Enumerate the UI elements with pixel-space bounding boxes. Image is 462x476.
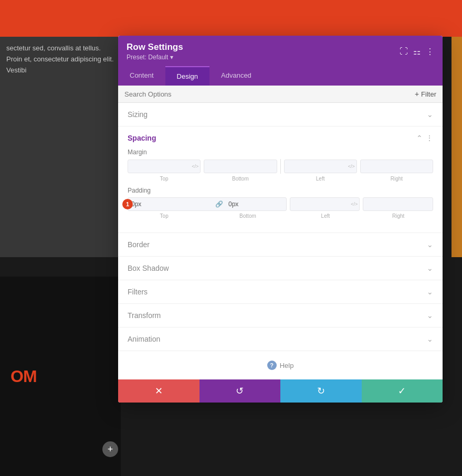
padding-left-custom-icon: </> xyxy=(351,202,358,207)
margin-left-labels: Top Bottom xyxy=(128,176,277,182)
sizing-label: Sizing xyxy=(128,110,148,119)
padding-top-label: Top xyxy=(128,213,201,219)
panel-content: Sizing ⌄ Spacing ⌃ ⋮ Margin </ xyxy=(118,103,443,379)
margin-left-label: Left xyxy=(284,176,357,182)
undo-icon: ↺ xyxy=(236,385,244,397)
more-icon[interactable]: ⋮ xyxy=(426,47,434,57)
spacing-title: Spacing xyxy=(128,134,156,142)
panel-header: Row Settings Preset: Default ▾ ⛶ ⚏ ⋮ xyxy=(118,36,443,66)
padding-tb-labels: Top Bottom xyxy=(128,213,285,219)
redo-button[interactable]: ↻ xyxy=(280,379,362,403)
panel-subtitle: Preset: Default ▾ xyxy=(127,54,183,61)
padding-left-input[interactable] xyxy=(290,197,360,211)
padding-left-wrap: </> xyxy=(290,197,360,211)
padding-badge: 1 xyxy=(122,199,133,209)
animation-label: Animation xyxy=(128,335,160,343)
help-row[interactable]: ? Help xyxy=(118,351,443,379)
bg-text-area: sectetur sed, convallis at tellus. Proin… xyxy=(0,37,121,257)
help-label: Help xyxy=(280,362,294,369)
margin-separator xyxy=(280,159,281,174)
padding-bottom-input[interactable] xyxy=(225,198,287,210)
border-section[interactable]: Border ⌄ xyxy=(118,233,443,257)
border-chevron: ⌄ xyxy=(427,240,433,249)
animation-section[interactable]: Animation ⌄ xyxy=(118,327,443,351)
fullscreen-icon[interactable]: ⛶ xyxy=(400,47,408,56)
plus-icon: + xyxy=(415,90,419,98)
margin-bottom-input[interactable] xyxy=(204,160,277,173)
help-icon: ? xyxy=(267,361,277,370)
panel-footer: ✕ ↺ ↻ ✓ xyxy=(118,379,443,403)
filter-button[interactable]: + Filter xyxy=(415,90,436,98)
add-icon: + xyxy=(108,444,113,455)
margin-label: Margin xyxy=(128,149,433,156)
padding-label: Padding xyxy=(128,187,433,194)
spacing-header[interactable]: Spacing ⌃ ⋮ xyxy=(118,126,443,146)
panel-title: Row Settings xyxy=(127,42,183,52)
margin-left-wrap: </> xyxy=(284,160,357,173)
spacing-more-icon[interactable]: ⋮ xyxy=(426,134,433,142)
tab-content[interactable]: Content xyxy=(118,66,165,86)
add-button[interactable]: + xyxy=(102,441,118,457)
padding-link-icon[interactable]: 🔗 xyxy=(213,198,225,210)
panel-header-icons: ⛶ ⚏ ⋮ xyxy=(400,47,434,57)
padding-bottom-label: Bottom xyxy=(211,213,284,219)
margin-left-pair: </> xyxy=(128,160,277,173)
cancel-button[interactable]: ✕ xyxy=(118,379,200,403)
cancel-icon: ✕ xyxy=(155,385,163,397)
margin-right-wrap xyxy=(360,160,433,173)
filters-chevron: ⌄ xyxy=(427,288,433,296)
margin-top-input[interactable] xyxy=(128,160,201,173)
margin-bottom-wrap xyxy=(204,160,277,173)
animation-chevron: ⌄ xyxy=(427,335,433,343)
sizing-section[interactable]: Sizing ⌄ xyxy=(118,103,443,126)
columns-icon[interactable]: ⚏ xyxy=(413,47,421,57)
margin-top-label: Top xyxy=(128,176,201,182)
save-button[interactable]: ✓ xyxy=(362,379,443,403)
padding-inputs-container: 1 🔗 </> xyxy=(128,197,433,211)
bg-text: sectetur sed, convallis at tellus. Proin… xyxy=(6,44,114,74)
spacing-section: Spacing ⌃ ⋮ Margin </> xyxy=(118,126,443,233)
undo-button[interactable]: ↺ xyxy=(200,379,281,403)
box-shadow-chevron: ⌄ xyxy=(427,264,433,272)
tab-advanced[interactable]: Advanced xyxy=(209,66,263,86)
filters-label: Filters xyxy=(128,288,148,296)
margin-right-pair: </> xyxy=(284,160,434,173)
padding-left-label: Left xyxy=(291,213,361,219)
spacing-header-icons: ⌃ ⋮ xyxy=(416,134,433,142)
box-shadow-section[interactable]: Box Shadow ⌄ xyxy=(118,257,443,280)
padding-link-placeholder xyxy=(201,213,211,219)
margin-axis-labels: Top Bottom Left Right xyxy=(128,176,433,182)
margin-top-wrap: </> xyxy=(128,160,201,173)
margin-inputs-row: </> </> xyxy=(128,159,433,174)
padding-inputs-row: 🔗 </> xyxy=(128,197,433,211)
padding-right-label: Right xyxy=(363,213,433,219)
tabs: Content Design Advanced xyxy=(118,66,443,86)
sep-placeholder xyxy=(280,176,281,182)
margin-right-input[interactable] xyxy=(360,160,433,173)
margin-left-input[interactable] xyxy=(284,160,357,173)
transform-chevron: ⌄ xyxy=(427,311,433,320)
transform-label: Transform xyxy=(128,311,161,320)
padding-lr-wrap: </> xyxy=(290,197,433,211)
bg-bottom-text: OM xyxy=(10,367,37,386)
search-input[interactable] xyxy=(124,90,374,98)
filters-section[interactable]: Filters ⌄ xyxy=(118,280,443,304)
spacing-collapse-icon[interactable]: ⌃ xyxy=(416,134,423,142)
bg-top-red xyxy=(0,0,462,37)
margin-right-labels: Left Right xyxy=(284,176,434,182)
row-settings-panel: Row Settings Preset: Default ▾ ⛶ ⚏ ⋮ Con… xyxy=(118,36,443,403)
margin-left-custom-icon: </> xyxy=(348,164,355,169)
transform-section[interactable]: Transform ⌄ xyxy=(118,304,443,327)
panel-header-left: Row Settings Preset: Default ▾ xyxy=(127,42,183,61)
border-label: Border xyxy=(128,240,150,249)
box-shadow-label: Box Shadow xyxy=(128,264,169,272)
bg-right-accent xyxy=(452,37,462,257)
save-icon: ✓ xyxy=(398,385,406,397)
padding-right-input[interactable] xyxy=(363,197,433,211)
padding-axis-labels: Top Bottom Left Right xyxy=(128,213,433,219)
padding-top-input[interactable] xyxy=(128,198,213,210)
sizing-chevron: ⌄ xyxy=(427,110,433,119)
margin-bottom-label: Bottom xyxy=(204,176,277,182)
padding-right-wrap xyxy=(363,197,433,211)
tab-design[interactable]: Design xyxy=(165,66,209,86)
